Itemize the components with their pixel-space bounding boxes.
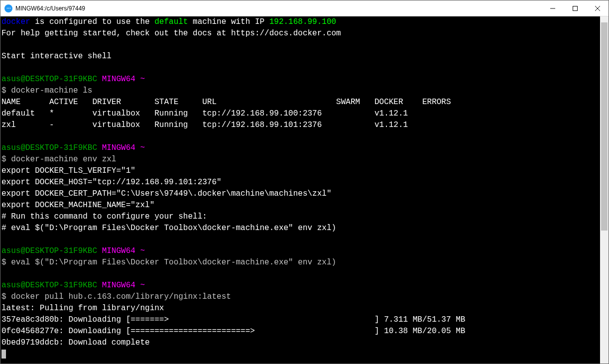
prompt-shell: MINGW64: [102, 143, 135, 152]
prompt-userhost: asus@DESKTOP-31F9KBC: [1, 281, 97, 290]
prompt-shell: MINGW64: [102, 246, 135, 255]
intro-help: For help getting started, check out the …: [1, 29, 341, 38]
env-line: export DOCKER_HOST="tcp://192.168.99.101…: [1, 178, 222, 187]
terminal[interactable]: docker is configured to use the default …: [0, 16, 600, 364]
prompt-dollar: $: [1, 86, 11, 95]
intro-text-2: machine with IP: [188, 17, 269, 26]
pull-line: 0bed9719ddcb: Download complete: [1, 338, 150, 347]
env-line: export DOCKER_MACHINE_NAME="zxl": [1, 201, 154, 210]
table-row: default * virtualbox Running tcp://192.1…: [1, 109, 408, 118]
app-window: ⋯ MINGW64:/c/Users/97449 docker is confi…: [0, 0, 609, 364]
minimize-button[interactable]: [541, 0, 564, 16]
cmd-3: eval $("D:\Program Files\Docker Toolbox\…: [11, 258, 336, 267]
env-line: # eval $("D:\Program Files\Docker Toolbo…: [1, 224, 336, 233]
intro-text-1: is configured to use the: [30, 17, 155, 26]
svg-rect-1: [573, 6, 577, 10]
scroll-thumb[interactable]: [601, 22, 608, 231]
word-default: default: [154, 17, 188, 26]
cmd-1: docker-machine ls: [11, 86, 92, 95]
app-icon: ⋯: [4, 4, 12, 12]
cmd-4: docker pull hub.c.163.com/library/nginx:…: [11, 292, 231, 301]
terminal-wrap: docker is configured to use the default …: [0, 16, 609, 364]
table-header: NAME ACTIVE DRIVER STATE URL SWARM DOCKE…: [1, 98, 451, 107]
maximize-button[interactable]: [564, 0, 586, 16]
prompt-tilde: ~: [140, 246, 145, 255]
window-title: MINGW64:/c/Users/97449: [15, 5, 85, 12]
prompt-dollar: $: [1, 258, 11, 267]
table-row: zxl - virtualbox Running tcp://192.168.9…: [1, 121, 408, 129]
scrollbar[interactable]: [600, 16, 609, 364]
close-button[interactable]: [586, 0, 609, 16]
prompt-shell: MINGW64: [102, 75, 135, 84]
prompt-dollar: $: [1, 155, 11, 164]
prompt-tilde: ~: [140, 281, 145, 290]
cursor: [1, 350, 6, 359]
env-line: # Run this command to configure your she…: [1, 212, 207, 221]
intro-ip: 192.168.99.100: [269, 17, 336, 26]
cmd-2: docker-machine env zxl: [11, 155, 116, 164]
env-line: export DOCKER_CERT_PATH="C:\Users\97449\…: [1, 189, 332, 198]
env-line: export DOCKER_TLS_VERIFY="1": [1, 166, 135, 175]
pull-line: 0fc04568277e: Downloading [=============…: [1, 327, 465, 336]
prompt-tilde: ~: [140, 75, 145, 84]
pull-line: 357ea8c3d80b: Downloading [=======> ] 7.…: [1, 315, 465, 324]
prompt-userhost: asus@DESKTOP-31F9KBC: [1, 143, 97, 152]
prompt-tilde: ~: [140, 143, 145, 152]
prompt-shell: MINGW64: [102, 281, 135, 290]
prompt-userhost: asus@DESKTOP-31F9KBC: [1, 246, 97, 255]
prompt-dollar: $: [1, 292, 11, 301]
pull-line: latest: Pulling from library/nginx: [1, 304, 164, 313]
prompt-userhost: asus@DESKTOP-31F9KBC: [1, 75, 97, 84]
intro-start: Start interactive shell: [1, 52, 112, 61]
titlebar[interactable]: ⋯ MINGW64:/c/Users/97449: [0, 0, 609, 16]
word-docker: docker: [1, 17, 30, 26]
